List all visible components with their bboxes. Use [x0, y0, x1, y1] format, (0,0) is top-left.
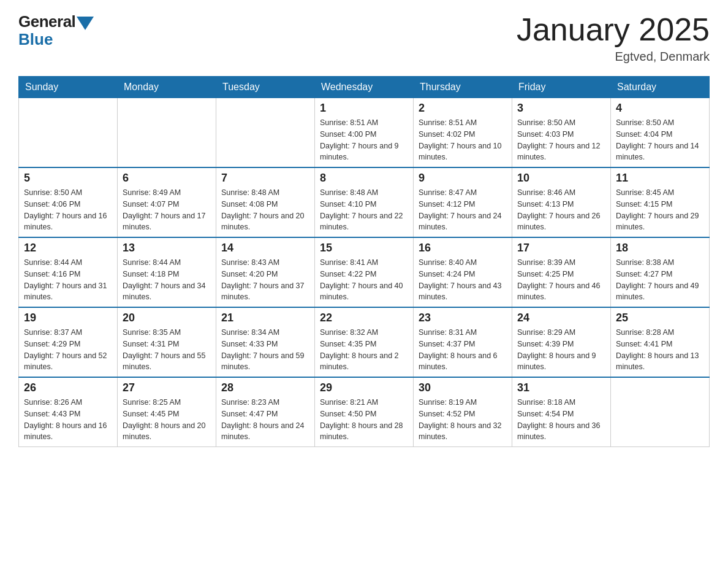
sunset-text: Sunset: 4:27 PM: [616, 270, 672, 278]
daylight-text: Daylight: 8 hours and 32 minutes.: [419, 421, 502, 442]
day-info: Sunrise: 8:41 AMSunset: 4:22 PMDaylight:…: [320, 257, 408, 303]
sunset-text: Sunset: 4:39 PM: [517, 340, 574, 348]
daylight-text: Daylight: 7 hours and 46 minutes.: [517, 282, 601, 302]
sunset-text: Sunset: 4:35 PM: [320, 340, 376, 348]
calendar-week-row: 12Sunrise: 8:44 AMSunset: 4:16 PMDayligh…: [19, 237, 710, 307]
header-monday: Monday: [118, 77, 216, 98]
daylight-text: Daylight: 7 hours and 9 minutes.: [320, 142, 399, 162]
day-number: 27: [123, 381, 211, 394]
table-row: 30Sunrise: 8:19 AMSunset: 4:52 PMDayligh…: [414, 377, 512, 447]
sunset-text: Sunset: 4:06 PM: [24, 200, 80, 209]
day-number: 12: [24, 242, 112, 255]
day-number: 16: [419, 242, 507, 255]
sunset-text: Sunset: 4:45 PM: [123, 410, 179, 418]
header-wednesday: Wednesday: [315, 77, 414, 98]
logo-triangle-icon: [77, 17, 94, 30]
day-number: 30: [419, 381, 507, 394]
sunset-text: Sunset: 4:10 PM: [320, 200, 376, 209]
sunset-text: Sunset: 4:31 PM: [123, 340, 179, 348]
daylight-text: Daylight: 8 hours and 24 minutes.: [221, 421, 305, 442]
sunset-text: Sunset: 4:22 PM: [320, 270, 376, 278]
day-info: Sunrise: 8:39 AMSunset: 4:25 PMDaylight:…: [517, 257, 605, 303]
daylight-text: Daylight: 7 hours and 34 minutes.: [123, 282, 206, 302]
daylight-text: Daylight: 7 hours and 26 minutes.: [517, 212, 601, 232]
sunrise-text: Sunrise: 8:35 AM: [123, 328, 181, 337]
table-row: 16Sunrise: 8:40 AMSunset: 4:24 PMDayligh…: [414, 237, 512, 307]
sunset-text: Sunset: 4:24 PM: [419, 270, 475, 278]
table-row: 1Sunrise: 8:51 AMSunset: 4:00 PMDaylight…: [315, 98, 414, 168]
sunrise-text: Sunrise: 8:51 AM: [320, 118, 378, 127]
sunset-text: Sunset: 4:37 PM: [419, 340, 475, 348]
day-number: 3: [517, 102, 605, 115]
day-number: 23: [419, 312, 507, 324]
daylight-text: Daylight: 7 hours and 49 minutes.: [616, 282, 699, 302]
day-info: Sunrise: 8:31 AMSunset: 4:37 PMDaylight:…: [419, 327, 507, 373]
table-row: 9Sunrise: 8:47 AMSunset: 4:12 PMDaylight…: [414, 167, 512, 237]
sunrise-text: Sunrise: 8:38 AM: [616, 258, 674, 267]
calendar-week-row: 5Sunrise: 8:50 AMSunset: 4:06 PMDaylight…: [19, 167, 710, 237]
day-number: 20: [123, 312, 211, 324]
day-number: 6: [123, 172, 211, 185]
sunrise-text: Sunrise: 8:34 AM: [221, 328, 279, 337]
day-number: 11: [616, 172, 704, 185]
day-info: Sunrise: 8:51 AMSunset: 4:00 PMDaylight:…: [320, 117, 408, 163]
sunrise-text: Sunrise: 8:48 AM: [221, 188, 279, 197]
day-info: Sunrise: 8:28 AMSunset: 4:41 PMDaylight:…: [616, 327, 704, 373]
sunrise-text: Sunrise: 8:44 AM: [123, 258, 181, 267]
daylight-text: Daylight: 8 hours and 28 minutes.: [320, 421, 403, 442]
day-info: Sunrise: 8:29 AMSunset: 4:39 PMDaylight:…: [517, 327, 605, 373]
table-row: 27Sunrise: 8:25 AMSunset: 4:45 PMDayligh…: [118, 377, 216, 447]
daylight-text: Daylight: 8 hours and 13 minutes.: [616, 351, 699, 372]
sunrise-text: Sunrise: 8:21 AM: [320, 398, 378, 407]
daylight-text: Daylight: 7 hours and 14 minutes.: [616, 142, 699, 162]
daylight-text: Daylight: 7 hours and 16 minutes.: [24, 212, 107, 232]
daylight-text: Daylight: 8 hours and 9 minutes.: [517, 351, 596, 372]
sunrise-text: Sunrise: 8:50 AM: [616, 118, 674, 127]
daylight-text: Daylight: 7 hours and 12 minutes.: [517, 142, 601, 162]
sunrise-text: Sunrise: 8:51 AM: [419, 118, 477, 127]
day-info: Sunrise: 8:21 AMSunset: 4:50 PMDaylight:…: [320, 397, 408, 443]
sunset-text: Sunset: 4:04 PM: [616, 130, 672, 139]
sunrise-text: Sunrise: 8:47 AM: [419, 188, 477, 197]
day-number: 7: [221, 172, 309, 185]
daylight-text: Daylight: 7 hours and 59 minutes.: [221, 351, 305, 372]
day-info: Sunrise: 8:48 AMSunset: 4:08 PMDaylight:…: [221, 187, 309, 233]
calendar-week-row: 19Sunrise: 8:37 AMSunset: 4:29 PMDayligh…: [19, 307, 710, 377]
table-row: 17Sunrise: 8:39 AMSunset: 4:25 PMDayligh…: [512, 237, 611, 307]
table-row: 14Sunrise: 8:43 AMSunset: 4:20 PMDayligh…: [216, 237, 315, 307]
sunrise-text: Sunrise: 8:26 AM: [24, 398, 82, 407]
day-info: Sunrise: 8:23 AMSunset: 4:47 PMDaylight:…: [221, 397, 309, 443]
table-row: 15Sunrise: 8:41 AMSunset: 4:22 PMDayligh…: [315, 237, 414, 307]
sunset-text: Sunset: 4:02 PM: [419, 130, 475, 139]
table-row: 20Sunrise: 8:35 AMSunset: 4:31 PMDayligh…: [118, 307, 216, 377]
daylight-text: Daylight: 7 hours and 37 minutes.: [221, 282, 305, 302]
sunrise-text: Sunrise: 8:29 AM: [517, 328, 575, 337]
table-row: 25Sunrise: 8:28 AMSunset: 4:41 PMDayligh…: [611, 307, 710, 377]
table-row: [216, 98, 315, 168]
table-row: 29Sunrise: 8:21 AMSunset: 4:50 PMDayligh…: [315, 377, 414, 447]
table-row: 7Sunrise: 8:48 AMSunset: 4:08 PMDaylight…: [216, 167, 315, 237]
daylight-text: Daylight: 8 hours and 2 minutes.: [320, 351, 399, 372]
day-info: Sunrise: 8:46 AMSunset: 4:13 PMDaylight:…: [517, 187, 605, 233]
table-row: 6Sunrise: 8:49 AMSunset: 4:07 PMDaylight…: [118, 167, 216, 237]
header-friday: Friday: [512, 77, 611, 98]
table-row: [118, 98, 216, 168]
sunrise-text: Sunrise: 8:31 AM: [419, 328, 477, 337]
day-info: Sunrise: 8:35 AMSunset: 4:31 PMDaylight:…: [123, 327, 211, 373]
sunrise-text: Sunrise: 8:18 AM: [517, 398, 575, 407]
day-info: Sunrise: 8:25 AMSunset: 4:45 PMDaylight:…: [123, 397, 211, 443]
day-number: 24: [517, 312, 605, 324]
sunrise-text: Sunrise: 8:50 AM: [517, 118, 575, 127]
sunrise-text: Sunrise: 8:44 AM: [24, 258, 82, 267]
day-info: Sunrise: 8:44 AMSunset: 4:16 PMDaylight:…: [24, 257, 112, 303]
day-info: Sunrise: 8:49 AMSunset: 4:07 PMDaylight:…: [123, 187, 211, 233]
daylight-text: Daylight: 7 hours and 55 minutes.: [123, 351, 206, 372]
sunrise-text: Sunrise: 8:45 AM: [616, 188, 674, 197]
table-row: 2Sunrise: 8:51 AMSunset: 4:02 PMDaylight…: [414, 98, 512, 168]
logo-general-text: General: [18, 12, 75, 31]
sunset-text: Sunset: 4:18 PM: [123, 270, 179, 278]
day-number: 9: [419, 172, 507, 185]
daylight-text: Daylight: 7 hours and 20 minutes.: [221, 212, 305, 232]
day-info: Sunrise: 8:51 AMSunset: 4:02 PMDaylight:…: [419, 117, 507, 163]
calendar-title: January 2025: [517, 12, 710, 47]
